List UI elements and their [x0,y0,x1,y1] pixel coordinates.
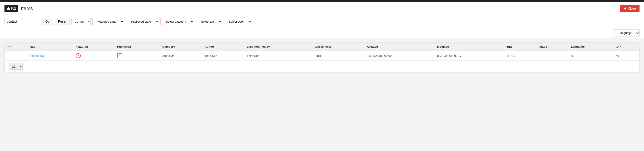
items-table: ▲▼ Title Featured Published [5,43,639,60]
id-sort-icon: ▼ [620,46,622,48]
main-content: ▲▼ Title Featured Published [0,38,644,77]
search-input[interactable] [4,18,40,25]
cell-image [536,51,568,60]
th-last-modified-by-label: Last modified by [247,45,270,48]
footer-row: 25 50 100 [5,60,639,72]
cell-hits-value: 92730 [507,54,515,58]
language-filter-select[interactable]: - Language - [614,29,640,36]
th-created: Created [364,43,434,51]
go-button[interactable]: Go [42,18,53,25]
th-featured: Featured [73,43,114,51]
th-hits: Hits [504,43,536,51]
cell-hits: 92730 [504,51,536,60]
featured-status-icon[interactable]: ✕ [76,53,81,58]
cell-title: Contact Us [26,51,73,60]
cell-access-level: Public [311,51,364,60]
th-modified: Modified [434,43,504,51]
th-featured-label: Featured [76,45,88,48]
cell-id: 49 [613,51,639,60]
th-image: Image [536,43,568,51]
cell-created-value: 11/11/2008 - 00:00 [367,54,392,58]
cell-category-value: About Us [162,54,174,58]
logo-icon: K2 [4,5,18,12]
header: K2 Items Close [0,2,644,15]
page-size-select[interactable]: 25 50 100 [9,64,22,70]
th-last-modified-by: Last modified by [244,43,311,51]
featured-state-filter-group: - Featured state - [92,18,124,25]
th-author: Author [202,43,244,51]
select-tag-filter-group: - Select tag - [196,18,222,25]
cell-modified: 03/12/2020 - 09:17 [434,51,504,60]
th-title-label: Title [29,45,35,48]
drag-handle-icon[interactable]: ⋮ [8,54,11,58]
th-title[interactable]: Title [26,43,73,51]
current-filter-group: Current [71,18,90,25]
table-container: ▲▼ Title Featured Published [4,42,640,72]
logo-triangle-icon [6,7,11,10]
cell-language-value: All [571,54,574,58]
cell-last-modified-by: Third Sun [244,51,311,60]
select-user-filter-group: - Select User - [224,18,252,25]
th-published-label: Published [117,45,131,48]
reset-button[interactable]: Reset [55,18,70,25]
published-state-filter-select[interactable]: - Published state - [126,18,159,25]
select-user-filter-select[interactable]: - Select User - [224,18,252,25]
top-bar [0,0,644,2]
cell-category: About Us [160,51,202,60]
header-left: K2 Items [4,5,33,12]
th-hits-label: Hits [507,45,512,48]
featured-state-filter-select[interactable]: - Featured state - [92,18,124,25]
table-header-row: ▲▼ Title Featured Published [5,43,639,51]
cell-modified-value: 03/12/2020 - 09:17 [437,54,462,58]
cell-author-value: Third Sun [204,54,217,58]
item-title-link[interactable]: Contact Us [29,54,44,58]
cell-access-level-value: Public [314,54,321,58]
select-category-filter-group: - Select category - [160,18,194,25]
th-access-level: Access level [311,43,364,51]
th-author-label: Author [204,45,214,48]
table-row: ⋮ Contact Us ✕ ✓ About Us Thir [5,51,639,60]
cell-featured: ✕ [73,51,114,60]
th-image-label: Image [539,45,547,48]
cell-author: Third Sun [202,51,244,60]
th-category-label: Category [162,45,175,48]
cell-drag: ⋮ [5,51,26,60]
th-created-label: Created [367,45,378,48]
th-language-label: Language [571,45,584,48]
drag-sort-icon: ▲▼ [8,46,12,48]
th-published: Published [114,43,160,51]
select-category-filter-select[interactable]: - Select category - [160,18,194,25]
th-modified-label: Modified [437,45,449,48]
published-status-icon[interactable]: ✓ [117,53,122,58]
cell-created: 11/11/2008 - 00:00 [364,51,434,60]
cell-last-modified-by-value: Third Sun [247,54,259,58]
cell-language: All [568,51,613,60]
language-row: - Language - [0,28,644,38]
cell-published: ✓ [114,51,160,60]
th-drag: ▲▼ [5,43,26,51]
select-tag-filter-select[interactable]: - Select tag - [196,18,222,25]
th-id-label: ID [616,45,619,48]
th-language: Language [568,43,613,51]
close-button[interactable]: Close [620,5,640,12]
logo-k2-text: K2 [11,6,16,11]
th-id[interactable]: ID ▼ [613,43,639,51]
published-state-filter-group: - Published state - [126,18,159,25]
logo: K2 [4,5,18,12]
toolbar: Go Reset Current - Featured state - - Pu… [0,15,644,28]
cell-id-value: 49 [616,54,619,58]
th-access-level-label: Access level [314,45,331,48]
current-filter-select[interactable]: Current [71,18,90,25]
page-title: Items [21,6,33,12]
th-category: Category [160,43,202,51]
